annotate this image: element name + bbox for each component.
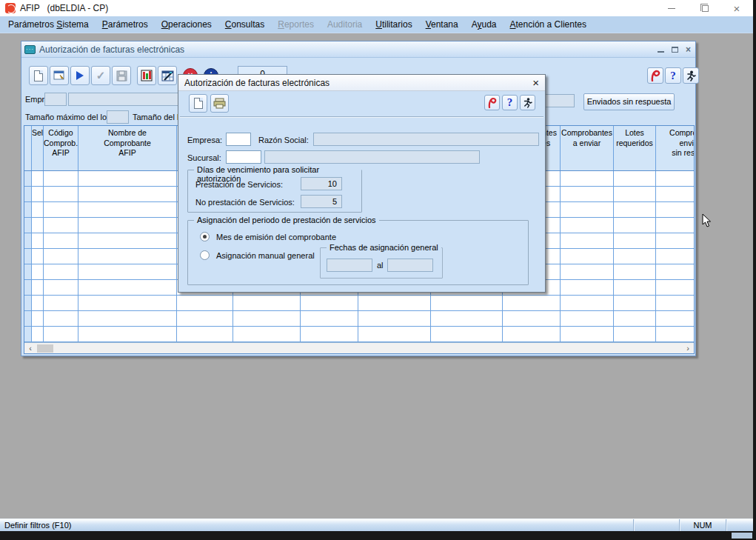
horizontal-scrollbar[interactable]: ‹ ›: [24, 342, 694, 353]
radio-manual-label[interactable]: Asignación manual general: [216, 251, 315, 260]
help-button[interactable]: ?: [665, 67, 681, 84]
dialog-exit-button[interactable]: [520, 95, 535, 110]
menu-item-reportes[interactable]: Reportes: [271, 17, 321, 32]
column-header[interactable]: Lotes requeridos: [614, 126, 656, 170]
grid-cell: [44, 280, 78, 295]
grid-cell: [503, 327, 561, 341]
lote-field[interactable]: [107, 110, 129, 124]
dialog-toolbar: ?: [178, 91, 545, 116]
grid-cell: [656, 218, 694, 233]
dialog-print-button[interactable]: [210, 94, 229, 113]
al-label: al: [377, 261, 384, 270]
column-header[interactable]: Comprobantes a enviar: [561, 126, 614, 170]
grid-cell: [656, 280, 694, 295]
grid-cell: [614, 264, 656, 279]
grid-cell: [177, 296, 233, 310]
data-columns-button[interactable]: [137, 66, 156, 85]
restore-button[interactable]: [688, 0, 720, 16]
close-button[interactable]: ×: [720, 0, 753, 16]
mdi-child-titlebar[interactable]: ··· Autorización de facturas electrónica…: [21, 41, 695, 58]
menu-item-utilitarios[interactable]: Utilitarios: [369, 17, 418, 32]
edit-grid-button[interactable]: [158, 66, 177, 85]
child-restore-icon[interactable]: [672, 47, 678, 53]
dialog-help-button[interactable]: ?: [502, 95, 518, 110]
dialog-filters-button[interactable]: [484, 95, 500, 110]
menu-item-auditoria[interactable]: Auditoria: [321, 17, 369, 32]
radio-mes-label[interactable]: Mes de emisión del comprobante: [216, 233, 336, 241]
menu-item-operaciones[interactable]: Operaciones: [155, 17, 218, 32]
help-icon: ?: [507, 96, 513, 109]
radio-asignacion-manual[interactable]: [200, 250, 210, 260]
grid-cell: [561, 218, 614, 233]
grid-cell: [233, 296, 301, 310]
scrollbar-thumb[interactable]: [37, 344, 53, 353]
radio-mes-emision[interactable]: [200, 232, 210, 241]
dlg-sucursal-field[interactable]: [226, 150, 261, 164]
column-header[interactable]: Comprobantes enviados sin respuesta: [656, 126, 694, 170]
grid-cell: [656, 249, 694, 264]
grid-cell: [358, 296, 431, 310]
grid-cell: [78, 280, 177, 295]
grid-cell: [78, 187, 177, 201]
no-prestacion-field[interactable]: 5: [301, 195, 342, 208]
table-row[interactable]: [24, 296, 694, 311]
new-button[interactable]: [29, 66, 48, 85]
confirm-button[interactable]: ✓: [91, 66, 110, 85]
menu-bar: Parámetros SistemaParámetrosOperacionesC…: [0, 16, 753, 33]
grid-cell: [431, 311, 503, 326]
print-icon: [213, 98, 226, 109]
dialog-close-icon[interactable]: ×: [532, 77, 539, 88]
grid-cell: [656, 171, 694, 186]
menu-item-par-metros[interactable]: Parámetros: [96, 17, 155, 32]
menu-item-par-metros-sistema[interactable]: Parámetros Sistema: [1, 17, 96, 32]
row-indicator: [24, 280, 32, 295]
column-header[interactable]: Nombre de Comprobante AFIP: [78, 126, 177, 170]
table-row[interactable]: [24, 327, 694, 342]
grid-cell: [44, 233, 78, 248]
dlg-empresa-field[interactable]: [226, 133, 251, 146]
grid-cell: [78, 202, 177, 217]
dialog-new-button[interactable]: [189, 94, 207, 113]
column-header[interactable]: Código Comprob. AFIP: [44, 126, 78, 170]
menu-item-consultas[interactable]: Consultas: [218, 17, 271, 32]
grid-cell: [561, 187, 614, 201]
menu-item-atenci-n-a-clientes[interactable]: Atención a Clientes: [504, 17, 593, 32]
grid-cell: [358, 311, 431, 326]
save-button[interactable]: [112, 66, 131, 85]
exit-icon: [685, 70, 697, 81]
dialog-title: Autorización de facturas electrónicas: [184, 78, 330, 88]
grid-cell: [561, 233, 614, 248]
menu-item-ayuda[interactable]: Ayuda: [465, 17, 504, 32]
exit-button[interactable]: [683, 67, 699, 84]
grid-cell: [614, 311, 656, 326]
lote-label: Tamaño máximo del lote:: [25, 113, 116, 121]
grid-cell: [78, 249, 177, 264]
grid-cell: [233, 311, 301, 326]
child-close-icon[interactable]: ×: [686, 45, 691, 54]
run-button[interactable]: [70, 66, 90, 85]
grid-cell: [78, 327, 177, 341]
grid-cell: [44, 296, 78, 310]
scroll-left-icon[interactable]: ‹: [24, 343, 36, 353]
prestacion-field[interactable]: 10: [301, 177, 342, 190]
mdi-child-title: Autorización de facturas electrónicas: [39, 44, 184, 55]
grid-cell: [32, 171, 44, 186]
grid-cell: [32, 280, 44, 295]
enviados-sin-respuesta-button[interactable]: Enviados sin respuesta: [583, 93, 675, 110]
scroll-right-icon[interactable]: ›: [682, 343, 694, 353]
table-row[interactable]: [24, 311, 694, 327]
dlg-razon-field: [313, 133, 539, 146]
open-form-button[interactable]: [50, 66, 69, 85]
child-minimize-icon[interactable]: [658, 51, 664, 53]
grid-cell: [78, 296, 177, 310]
grid-cell: [233, 327, 301, 341]
minimize-button[interactable]: [655, 0, 688, 16]
column-header[interactable]: Sel.: [32, 126, 44, 170]
dlg-empresa-label: Empresa:: [187, 136, 222, 144]
empresa-code-field[interactable]: [44, 93, 67, 106]
dialog-titlebar[interactable]: Autorización de facturas electrónicas ×: [178, 75, 545, 91]
filters-button[interactable]: [647, 67, 663, 84]
grid-cell: [431, 296, 503, 310]
menu-item-ventana[interactable]: Ventana: [419, 17, 465, 32]
resize-grip: [732, 533, 752, 539]
